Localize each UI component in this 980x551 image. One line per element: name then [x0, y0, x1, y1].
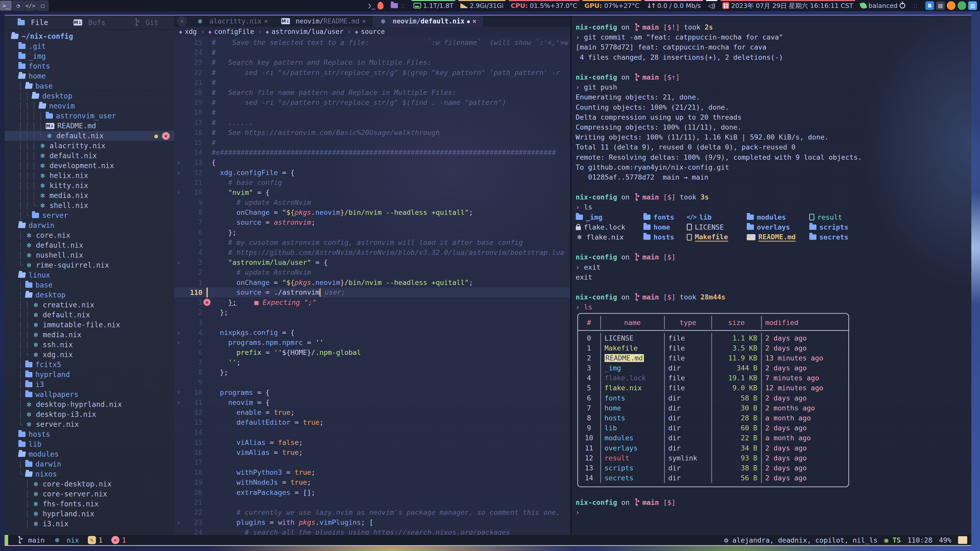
- tree-item[interactable]: │base: [5, 280, 174, 290]
- fold-chevron-icon[interactable]: ∨: [174, 339, 183, 345]
- ls-entry[interactable]: modules: [747, 213, 809, 221]
- tree-item[interactable]: │└server: [5, 210, 174, 221]
- code-line[interactable]: 18 withPython3 = true;: [174, 467, 570, 477]
- code-line[interactable]: ∨10 programs = {: [174, 387, 570, 397]
- code-line[interactable]: 9: [174, 377, 570, 387]
- tree-item[interactable]: │││❄default.nix: [5, 151, 174, 161]
- code-line[interactable]: 110 source = ./astronvim_user;: [174, 287, 570, 297]
- code-line[interactable]: 2 # update AstroNvim: [174, 267, 570, 277]
- tree-item[interactable]: darwin: [5, 221, 174, 230]
- tree-item[interactable]: ││❄ssh.nix: [5, 340, 174, 350]
- tree-item[interactable]: │base: [5, 81, 174, 91]
- code-line[interactable]: 3: [174, 318, 570, 327]
- breadcrumb-segment[interactable]: ◈configFile: [208, 28, 254, 35]
- code-line[interactable]: 17: [174, 457, 570, 467]
- ls-entry[interactable]: result: [809, 213, 842, 221]
- code-line[interactable]: 20# Search file name pattern and Replace…: [174, 87, 570, 97]
- code-line[interactable]: 11 # base config: [174, 178, 570, 187]
- fold-chevron-icon[interactable]: ∨: [174, 399, 183, 405]
- tree-item[interactable]: │││neovim: [5, 101, 174, 111]
- code-line[interactable]: 6 prefix = ''${HOME}/.npm-global: [174, 348, 570, 357]
- tree-item[interactable]: ││❄media.nix: [5, 330, 174, 340]
- tree-item[interactable]: ││││M↓README.md: [5, 121, 174, 131]
- tree-item[interactable]: └❄rime-squirrel.nix: [5, 260, 174, 270]
- neotree-source-tabs[interactable]: FileM↓BufsGit: [5, 16, 174, 30]
- ls-entry[interactable]: </>lib: [687, 213, 747, 221]
- ls-entry[interactable]: flake.lock: [576, 223, 643, 231]
- code-line[interactable]: 17# ......: [174, 118, 570, 127]
- code-line[interactable]: 8 };: [174, 367, 570, 377]
- ls-entry[interactable]: home: [643, 223, 687, 231]
- code-line[interactable]: ∨3 "astronvim/lua/user" = {: [174, 257, 570, 267]
- code-line[interactable]: 7 '';: [174, 357, 570, 367]
- ls-entry[interactable]: Makefile: [687, 233, 747, 241]
- code-line[interactable]: ∨11 neovim = {: [174, 397, 570, 407]
- tree-item[interactable]: │❄core.nix: [5, 230, 174, 240]
- workspace-terminal[interactable]: >_: [0, 0, 12, 11]
- code-line[interactable]: ∨23 plugins = with pkgs.vimPlugins; [: [174, 517, 570, 527]
- scrollbar-indicator[interactable]: [958, 536, 967, 544]
- workspace-browser[interactable]: ◔: [12, 0, 24, 11]
- code-line[interactable]: ∨12 xdg.configFile = {: [174, 167, 570, 177]
- code-line[interactable]: 23# Search key pattern and Replace in Mu…: [174, 57, 570, 67]
- buffer-tab-bar[interactable]: ‹❄alacritty.nix×M↓neovim/README.md×❄neov…: [174, 16, 570, 27]
- close-tab-icon[interactable]: ×: [264, 17, 268, 25]
- tree-item[interactable]: │wallpapers: [5, 389, 174, 400]
- code-line[interactable]: 16 vimAlias = true;: [174, 448, 570, 457]
- tree-item[interactable]: │││❄media.nix: [5, 191, 174, 200]
- error-icon[interactable]: ×: [111, 536, 119, 544]
- close-tab-icon[interactable]: ×: [473, 17, 476, 25]
- buffer-tab-README.md[interactable]: M↓neovim/README.md×: [275, 16, 372, 27]
- tree-item[interactable]: │❄i3.nix: [5, 519, 174, 529]
- code-area[interactable]: 25# Save the selected text to a file: `:…: [174, 37, 570, 535]
- code-line[interactable]: ∨13{: [174, 157, 570, 167]
- buffer-tab-alacritty.nix[interactable]: ❄alacritty.nix×: [189, 16, 275, 27]
- tray-input-method-icon[interactable]: ▤: [936, 1, 945, 10]
- tree-item[interactable]: │││└❄default.nix●×: [5, 131, 174, 141]
- fold-chevron-icon[interactable]: ∨: [174, 389, 183, 395]
- tree-item[interactable]: ~/nix-config: [5, 32, 174, 41]
- code-line[interactable]: 25# Save the selected text to a file: `:…: [174, 38, 570, 48]
- tree-item[interactable]: modules: [5, 449, 174, 459]
- code-line[interactable]: 5 # my cusotom astronvim config, astronv…: [174, 238, 570, 248]
- tree-item[interactable]: lib: [5, 439, 174, 449]
- tree-item[interactable]: │││❄development.nix: [5, 161, 174, 171]
- system-tray[interactable]: B▤▥: [922, 1, 980, 10]
- code-line[interactable]: 18#: [174, 107, 570, 118]
- tree-item[interactable]: linux: [5, 270, 174, 280]
- tree-item[interactable]: │❄core-desktop.nix: [5, 479, 174, 489]
- sidebar-tab-git[interactable]: Git: [118, 16, 174, 30]
- close-file-icon[interactable]: ×: [162, 132, 170, 140]
- tray-app-blue-icon[interactable]: ▥: [968, 1, 977, 10]
- tree-item[interactable]: ││❄default.nix: [5, 310, 174, 320]
- fold-chevron-icon[interactable]: ∨: [174, 259, 183, 265]
- tree-item[interactable]: │desktop: [5, 290, 174, 300]
- code-line[interactable]: 24#: [174, 48, 570, 57]
- tree-item[interactable]: _img: [5, 51, 174, 61]
- tree-item[interactable]: │││❄kitty.nix: [5, 181, 174, 191]
- tray-bluetooth-icon[interactable]: B: [925, 1, 934, 10]
- tree-item[interactable]: └nixos: [5, 469, 174, 479]
- code-line[interactable]: 14#e####################################…: [174, 148, 570, 157]
- ls-entry[interactable]: ❄flake.nix: [576, 233, 643, 241]
- tray-firefox-icon[interactable]: [947, 1, 956, 10]
- fold-chevron-icon[interactable]: ∨: [174, 329, 183, 335]
- tree-item[interactable]: │fcitx5: [5, 360, 174, 370]
- code-line[interactable]: 1 onChange = "${pkgs.neovim}/bin/nvim --…: [174, 278, 570, 287]
- tree-item[interactable]: │││❄alacritty.nix: [5, 141, 174, 151]
- tree-item[interactable]: │darwin: [5, 459, 174, 469]
- tray-app-green-icon[interactable]: [958, 1, 966, 10]
- tree-item[interactable]: ││││astronvim_user: [5, 111, 174, 121]
- tree-item[interactable]: │❄nushell.nix: [5, 250, 174, 260]
- code-line[interactable]: 24 # search all the plugins using https:…: [174, 527, 570, 535]
- fold-chevron-icon[interactable]: ∨: [174, 519, 183, 526]
- breadcrumb-segment[interactable]: ◈astronvim/lua/user: [266, 28, 344, 35]
- code-line[interactable]: 19# sed -ri "s/pattern_str/replace_str/g…: [174, 97, 570, 107]
- code-line[interactable]: 1× };Expecting ";": [174, 297, 570, 307]
- code-line[interactable]: ∨4 nixpkgs.config = {: [174, 327, 570, 337]
- buffer-tab-default.nix[interactable]: ❄neovim/default.nix●×: [372, 16, 483, 27]
- tree-item[interactable]: ││❄immutable-file.nix: [5, 320, 174, 330]
- tree-item[interactable]: │❄hyprland.nix: [5, 509, 174, 519]
- code-line[interactable]: 4 # https://github.com/AstroNvim/AstroNv…: [174, 248, 570, 257]
- ls-entry[interactable]: secrets: [809, 233, 849, 241]
